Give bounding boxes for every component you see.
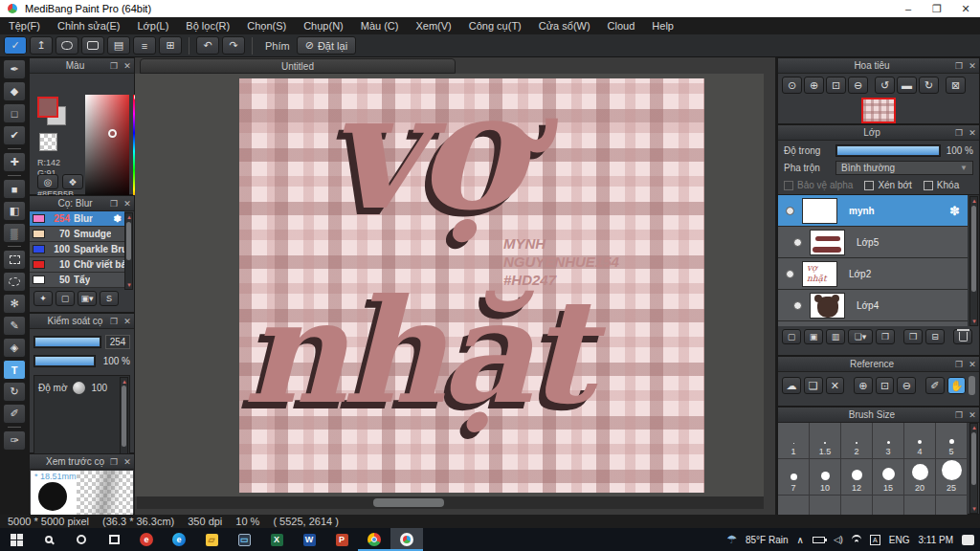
alpha-protect-checkbox[interactable] xyxy=(784,181,793,190)
brush-size-option[interactable]: 1.5 xyxy=(810,423,841,459)
brush-size-scrollbar[interactable]: ▲ ▼ xyxy=(969,423,978,514)
layer-row[interactable]: mynh ✽ xyxy=(778,195,968,227)
close-icon[interactable]: ✕ xyxy=(966,128,979,138)
brush-size-option[interactable] xyxy=(904,496,936,515)
transform-tool[interactable]: ↻ xyxy=(3,382,26,402)
reset-view-icon[interactable]: ▬ xyxy=(897,77,917,94)
layer-row[interactable]: vợnhặt Lớp2 xyxy=(778,258,968,290)
zoom-out-icon[interactable]: ⊖ xyxy=(848,77,868,94)
brush-size-option[interactable] xyxy=(936,496,968,515)
artwork-canvas[interactable]: vợ nhặt MYNH NGUYENHUE154 #HD247 xyxy=(239,78,704,493)
close-icon[interactable]: ✕ xyxy=(121,457,134,467)
duplicate-layer-icon[interactable]: ❒ xyxy=(903,329,923,344)
new-8bit-layer-icon[interactable]: ▣ xyxy=(804,329,823,344)
brush-item[interactable]: 50 Tẩy xyxy=(30,273,124,288)
control-scrollbar[interactable]: ▲ ▼ xyxy=(120,377,128,461)
move-tool[interactable]: ✚ xyxy=(3,152,26,172)
brush-item[interactable]: 254 Blur ✽ xyxy=(30,211,124,227)
foreground-color-swatch[interactable] xyxy=(37,97,58,118)
layer-visibility-icon[interactable] xyxy=(786,207,794,215)
taskbar-edge[interactable]: e xyxy=(163,528,195,551)
menu-layer[interactable]: Lớp(L) xyxy=(128,20,177,32)
menu-view[interactable]: Xem(V) xyxy=(407,20,459,32)
notification-icon[interactable] xyxy=(962,535,974,545)
ref-zoom-out-icon[interactable]: ⊖ xyxy=(897,377,916,394)
menu-cloud[interactable]: Cloud xyxy=(599,20,644,32)
chat-icon[interactable] xyxy=(81,36,104,55)
taskbar-this-pc[interactable]: ▭ xyxy=(228,528,260,551)
popout-icon[interactable]: ❐ xyxy=(952,360,966,369)
list-settings-icon[interactable]: ≡ xyxy=(133,36,156,55)
eyedropper-tool[interactable]: ✐ xyxy=(3,404,26,424)
ref-fit-icon[interactable]: ⊡ xyxy=(876,377,895,394)
cloud-sync-icon[interactable]: ✓ xyxy=(4,36,27,55)
layer-list-scrollbar[interactable]: ▲ ▼ xyxy=(969,196,978,326)
brush-opacity-slider[interactable] xyxy=(33,355,96,367)
brush-list-scrollbar[interactable]: ▲ ▼ xyxy=(124,212,133,290)
layer-visibility-icon[interactable] xyxy=(793,238,802,247)
fill-rect-tool[interactable]: ■ xyxy=(3,179,26,199)
eraser-tool[interactable]: ◆ xyxy=(3,81,26,101)
blend-mode-select[interactable]: Bình thường ▼ xyxy=(835,161,973,175)
lasso-tool[interactable] xyxy=(3,272,26,292)
close-icon[interactable]: ✕ xyxy=(121,317,134,326)
menu-window[interactable]: Cửa sổ(W) xyxy=(530,20,599,32)
palette-icon[interactable]: ❖ xyxy=(62,174,83,189)
menu-edit[interactable]: Chỉnh sửa(E) xyxy=(49,20,128,32)
restore-button[interactable]: ❐ xyxy=(923,3,951,15)
dot-pen-tool[interactable]: ✔ xyxy=(3,125,26,145)
new-brush-icon[interactable]: ▢ xyxy=(56,291,75,306)
popout-icon[interactable]: ❐ xyxy=(107,199,121,209)
brush-item[interactable]: 70 Smudge xyxy=(30,227,124,242)
rotate-right-icon[interactable]: ↻ xyxy=(919,77,939,94)
cloud-open-icon[interactable]: ☁ xyxy=(782,377,801,394)
menu-color[interactable]: Màu (C) xyxy=(352,20,408,32)
brush-size-option[interactable]: 4 xyxy=(904,423,936,459)
popout-icon[interactable]: ❐ xyxy=(107,317,121,326)
close-icon[interactable]: ✕ xyxy=(966,410,979,420)
tray-chevron-icon[interactable]: ∧ xyxy=(797,535,804,545)
brush-size-option[interactable] xyxy=(841,496,873,515)
ime-icon[interactable]: A xyxy=(870,535,880,545)
undo-button[interactable]: ↶ xyxy=(196,36,219,55)
select-pen-tool[interactable]: ✎ xyxy=(3,316,26,336)
layer-visibility-icon[interactable] xyxy=(786,270,794,278)
grid-edit-icon[interactable]: ⊞ xyxy=(159,36,182,55)
select-tool[interactable] xyxy=(3,250,26,270)
minimize-button[interactable]: – xyxy=(894,3,923,15)
close-icon[interactable]: ✕ xyxy=(121,61,134,71)
close-icon[interactable]: ✕ xyxy=(121,199,134,209)
menu-tools[interactable]: Công cụ(T) xyxy=(460,20,530,32)
taskbar-explorer[interactable]: ▱ xyxy=(195,528,228,551)
saturation-value-box[interactable] xyxy=(85,95,129,208)
task-view-button[interactable] xyxy=(98,528,130,551)
search-button[interactable] xyxy=(33,528,65,551)
taskbar-browser-red[interactable]: e xyxy=(130,528,163,551)
bucket-tool[interactable]: ◧ xyxy=(3,201,26,221)
ref-hand-icon[interactable]: ✋ xyxy=(947,377,967,394)
fit-window-icon[interactable]: ⊡ xyxy=(826,77,846,94)
layer-settings-icon[interactable]: ✽ xyxy=(949,204,960,218)
transparent-swatch[interactable] xyxy=(39,133,57,151)
layer-row[interactable]: Lớp5 xyxy=(778,227,968,258)
new-folder-icon[interactable]: ❐ xyxy=(876,329,895,344)
brush-size-option[interactable] xyxy=(778,496,810,515)
menu-filter[interactable]: Bộ lọc(R) xyxy=(177,20,238,32)
brush-size-option[interactable]: 12 xyxy=(841,459,873,496)
start-button[interactable] xyxy=(0,528,33,551)
brush-size-option[interactable]: 2 xyxy=(841,423,873,459)
clip-checkbox[interactable] xyxy=(864,181,874,190)
menu-snap[interactable]: Chụp(N) xyxy=(295,20,352,32)
brush-size-option[interactable]: 25 xyxy=(936,459,968,496)
actual-size-icon[interactable]: ⊙ xyxy=(782,77,802,94)
canvas-viewport[interactable]: vợ nhặt MYNH NGUYENHUE154 #HD247 ▲ xyxy=(135,74,764,496)
gradient-tool[interactable]: ▒ xyxy=(3,223,26,243)
delete-layer-icon[interactable] xyxy=(953,329,972,344)
zoom-in-icon[interactable]: ⊕ xyxy=(804,77,824,94)
rotate-left-icon[interactable]: ↺ xyxy=(875,77,895,94)
brush-size-option[interactable]: 1 xyxy=(778,423,810,459)
brush-item[interactable]: 100 Sparkle Bru xyxy=(30,242,124,257)
taskbar-powerpoint[interactable]: P xyxy=(325,528,358,551)
brush-size-option[interactable]: 20 xyxy=(904,459,936,496)
brush-size-value[interactable]: 254 xyxy=(105,335,130,349)
